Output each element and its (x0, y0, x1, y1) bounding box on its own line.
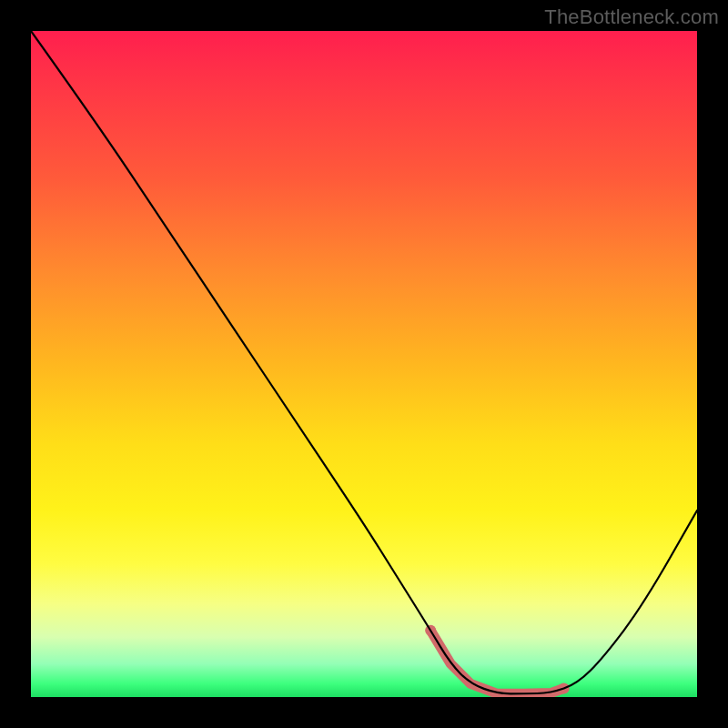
plot-area (31, 31, 697, 697)
chart-frame: TheBottleneck.com (0, 0, 728, 728)
bottleneck-curve (31, 31, 697, 693)
trough-highlight (425, 625, 569, 694)
curve-svg (31, 31, 697, 697)
watermark-text: TheBottleneck.com (544, 5, 719, 29)
